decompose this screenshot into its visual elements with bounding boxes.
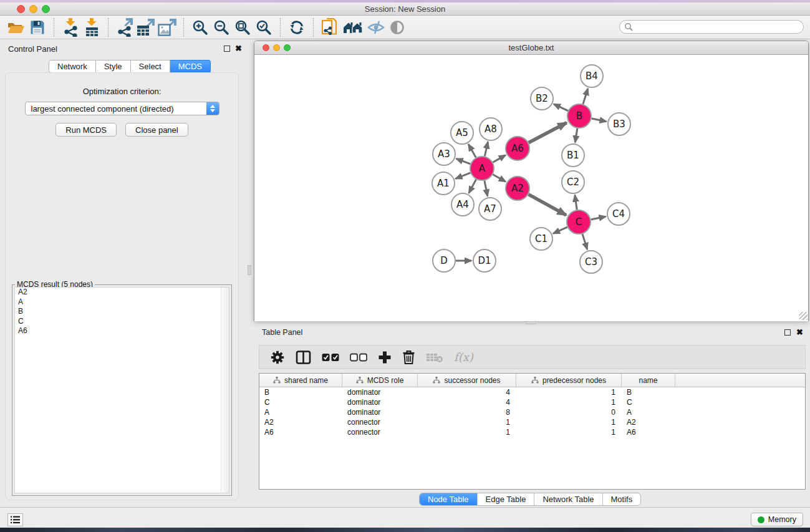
edge-A-A8[interactable] (485, 142, 488, 156)
cell-mcds_role[interactable]: dominator (342, 397, 418, 407)
zoom-in-button[interactable] (190, 17, 211, 37)
table-row-a[interactable]: Adominator80A (259, 407, 805, 417)
cell-name[interactable]: A6 (622, 427, 675, 437)
graph-node-b4[interactable]: B4 (581, 65, 603, 87)
column-header-name[interactable]: name (622, 374, 675, 387)
cell-successor_nodes[interactable]: 1 (418, 417, 516, 427)
open-session-button[interactable] (6, 17, 27, 37)
cell-name[interactable]: A2 (622, 417, 675, 427)
graph-node-a5[interactable]: A5 (451, 122, 473, 144)
table-panel-close-button[interactable]: ✖ (796, 329, 803, 336)
export-network-button[interactable] (114, 17, 135, 37)
unselect-all-columns-button[interactable] (350, 353, 367, 362)
zoom-fit-button[interactable] (232, 17, 253, 37)
edge-A-A1[interactable] (456, 173, 471, 178)
search-input[interactable] (633, 21, 803, 32)
edge-A-A5[interactable] (468, 144, 476, 157)
cell-mcds_role[interactable]: dominator (342, 407, 418, 417)
zoom-selected-button[interactable] (253, 17, 274, 37)
import-table-button[interactable] (81, 17, 102, 37)
edge-A2-C[interactable] (529, 195, 566, 215)
import-network-button[interactable] (60, 17, 81, 37)
cell-shared_name[interactable]: A (259, 407, 342, 417)
horizontal-split-handle[interactable] (526, 321, 536, 324)
graph-node-a1[interactable]: A1 (432, 172, 455, 195)
toggle-eye-button[interactable] (387, 17, 408, 37)
cell-predecessor_nodes[interactable]: 1 (516, 387, 622, 397)
table-settings-button[interactable] (270, 350, 285, 365)
cell-shared_name[interactable]: B (259, 387, 342, 397)
network-from-selection-button[interactable] (319, 17, 340, 37)
scrollbar-track[interactable] (221, 288, 229, 493)
control-tab-mcds[interactable]: MCDS (170, 60, 211, 73)
table-row-a2[interactable]: A2connector11A2 (259, 417, 805, 427)
edge-B-B1[interactable] (575, 128, 577, 143)
refresh-button[interactable] (286, 17, 307, 37)
column-header-shared-name[interactable]: shared name (259, 374, 342, 387)
column-header-mcds-role[interactable]: MCDS role (342, 374, 418, 387)
edge-B-B3[interactable] (592, 118, 607, 122)
cell-successor_nodes[interactable]: 1 (418, 427, 516, 437)
table-row-c[interactable]: Cdominator41C (259, 397, 805, 407)
cell-name[interactable]: C (622, 397, 675, 407)
table-row-b[interactable]: Bdominator41B (259, 387, 805, 397)
task-history-button[interactable] (7, 513, 23, 526)
mcds-result-item[interactable]: A (15, 297, 229, 307)
resize-grip-icon[interactable] (799, 312, 808, 320)
home-neighbors-button[interactable] (340, 17, 365, 37)
mcds-result-item[interactable]: B (15, 307, 229, 317)
create-column-button[interactable] (378, 351, 392, 364)
run-mcds-button[interactable]: Run MCDS (55, 123, 117, 137)
save-session-button[interactable] (27, 17, 48, 37)
graph-node-a8[interactable]: A8 (480, 118, 502, 140)
graph-node-d[interactable]: D (433, 249, 455, 272)
edge-A-A3[interactable] (456, 158, 471, 164)
cell-shared_name[interactable]: C (259, 397, 342, 407)
graph-node-a2[interactable]: A2 (506, 177, 529, 200)
close-panel-button[interactable]: Close panel (125, 123, 188, 137)
show-column-button[interactable] (296, 350, 311, 365)
control-tab-select[interactable]: Select (131, 60, 170, 73)
graph-node-c4[interactable]: C4 (607, 203, 630, 225)
memory-button[interactable]: Memory (751, 513, 803, 526)
graph-node-c3[interactable]: C3 (580, 251, 602, 273)
graph-node-d1[interactable]: D1 (473, 249, 496, 272)
cell-mcds_role[interactable]: dominator (342, 387, 418, 397)
edge-A-A2[interactable] (493, 175, 505, 181)
select-all-columns-button[interactable] (322, 353, 339, 362)
cell-predecessor_nodes[interactable]: 1 (516, 427, 622, 437)
export-image-button[interactable] (157, 17, 178, 37)
edge-C-C4[interactable] (591, 216, 606, 220)
control-tab-network[interactable]: Network (49, 60, 96, 73)
edge-A-A6[interactable] (493, 155, 505, 162)
graph-node-b3[interactable]: B3 (608, 113, 630, 135)
cell-shared_name[interactable]: A2 (259, 417, 342, 427)
cell-mcds_role[interactable]: connector (342, 417, 418, 427)
cell-predecessor_nodes[interactable]: 0 (516, 407, 622, 417)
cell-name[interactable]: A (622, 407, 675, 417)
control-panel-float-button[interactable] (224, 46, 230, 52)
table-tab-motifs[interactable]: Motifs (602, 493, 641, 505)
graph-node-b[interactable]: B (567, 104, 591, 128)
graph-node-c[interactable]: C (567, 210, 591, 234)
table-row-a6[interactable]: A6connector11A6 (259, 427, 805, 437)
graph-node-c1[interactable]: C1 (530, 228, 552, 250)
edge-C-C1[interactable] (553, 227, 567, 233)
cell-shared_name[interactable]: A6 (259, 427, 342, 437)
graph-node-a4[interactable]: A4 (451, 193, 474, 216)
mcds-result-item[interactable]: A6 (15, 326, 229, 336)
table-tab-edge-table[interactable]: Edge Table (477, 493, 534, 505)
table-panel-float-button[interactable] (784, 329, 791, 336)
cell-successor_nodes[interactable]: 4 (418, 397, 516, 407)
toggle-overview-button[interactable] (365, 17, 387, 37)
optimization-criterion-dropdown[interactable]: largest connected component (directed) (25, 102, 219, 115)
edge-A-A7[interactable] (485, 181, 488, 196)
edge-A-A4[interactable] (469, 180, 476, 193)
vertical-split-handle[interactable] (248, 265, 251, 275)
edge-A6-B[interactable] (529, 123, 567, 143)
zoom-out-button[interactable] (211, 17, 232, 37)
network-canvas[interactable]: B4B2BB3A8A5A6A3B1AC2A1A2A4A7C4CC1C3DD1 (254, 55, 808, 321)
cell-name[interactable]: B (622, 387, 675, 397)
mcds-result-item[interactable]: C (15, 317, 229, 327)
table-tab-node-table[interactable]: Node Table (420, 493, 477, 505)
